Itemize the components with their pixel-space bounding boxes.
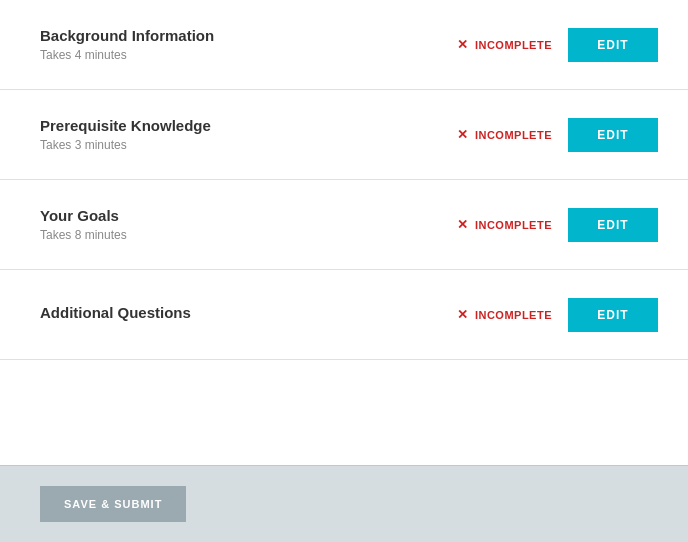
x-icon: ✕ — [457, 218, 469, 231]
save-submit-button[interactable]: SAVE & SUBMIT — [40, 486, 186, 522]
status-badge-your-goals: ✕INCOMPLETE — [457, 218, 552, 231]
x-icon: ✕ — [457, 308, 469, 321]
page-wrapper: Background InformationTakes 4 minutes✕IN… — [0, 0, 688, 542]
section-info-background-information: Background InformationTakes 4 minutes — [40, 27, 457, 62]
section-actions-prerequisite-knowledge: ✕INCOMPLETEEDIT — [457, 118, 658, 152]
status-badge-additional-questions: ✕INCOMPLETE — [457, 308, 552, 321]
section-item-prerequisite-knowledge: Prerequisite KnowledgeTakes 3 minutes✕IN… — [0, 90, 688, 180]
section-info-prerequisite-knowledge: Prerequisite KnowledgeTakes 3 minutes — [40, 117, 457, 152]
section-actions-background-information: ✕INCOMPLETEEDIT — [457, 28, 658, 62]
main-content: Background InformationTakes 4 minutes✕IN… — [0, 0, 688, 360]
edit-button-additional-questions[interactable]: EDIT — [568, 298, 658, 332]
section-title-background-information: Background Information — [40, 27, 457, 44]
section-duration-prerequisite-knowledge: Takes 3 minutes — [40, 138, 457, 152]
edit-button-prerequisite-knowledge[interactable]: EDIT — [568, 118, 658, 152]
section-title-prerequisite-knowledge: Prerequisite Knowledge — [40, 117, 457, 134]
section-item-your-goals: Your GoalsTakes 8 minutes✕INCOMPLETEEDIT — [0, 180, 688, 270]
section-title-additional-questions: Additional Questions — [40, 304, 457, 321]
status-text-additional-questions: INCOMPLETE — [475, 309, 552, 321]
section-info-your-goals: Your GoalsTakes 8 minutes — [40, 207, 457, 242]
edit-button-your-goals[interactable]: EDIT — [568, 208, 658, 242]
section-info-additional-questions: Additional Questions — [40, 304, 457, 325]
status-text-background-information: INCOMPLETE — [475, 39, 552, 51]
status-badge-prerequisite-knowledge: ✕INCOMPLETE — [457, 128, 552, 141]
footer-bar: SAVE & SUBMIT — [0, 465, 688, 542]
section-actions-your-goals: ✕INCOMPLETEEDIT — [457, 208, 658, 242]
x-icon: ✕ — [457, 128, 469, 141]
section-actions-additional-questions: ✕INCOMPLETEEDIT — [457, 298, 658, 332]
status-text-prerequisite-knowledge: INCOMPLETE — [475, 129, 552, 141]
section-duration-background-information: Takes 4 minutes — [40, 48, 457, 62]
section-duration-your-goals: Takes 8 minutes — [40, 228, 457, 242]
section-item-background-information: Background InformationTakes 4 minutes✕IN… — [0, 0, 688, 90]
section-title-your-goals: Your Goals — [40, 207, 457, 224]
x-icon: ✕ — [457, 38, 469, 51]
status-badge-background-information: ✕INCOMPLETE — [457, 38, 552, 51]
section-item-additional-questions: Additional Questions✕INCOMPLETEEDIT — [0, 270, 688, 360]
status-text-your-goals: INCOMPLETE — [475, 219, 552, 231]
edit-button-background-information[interactable]: EDIT — [568, 28, 658, 62]
